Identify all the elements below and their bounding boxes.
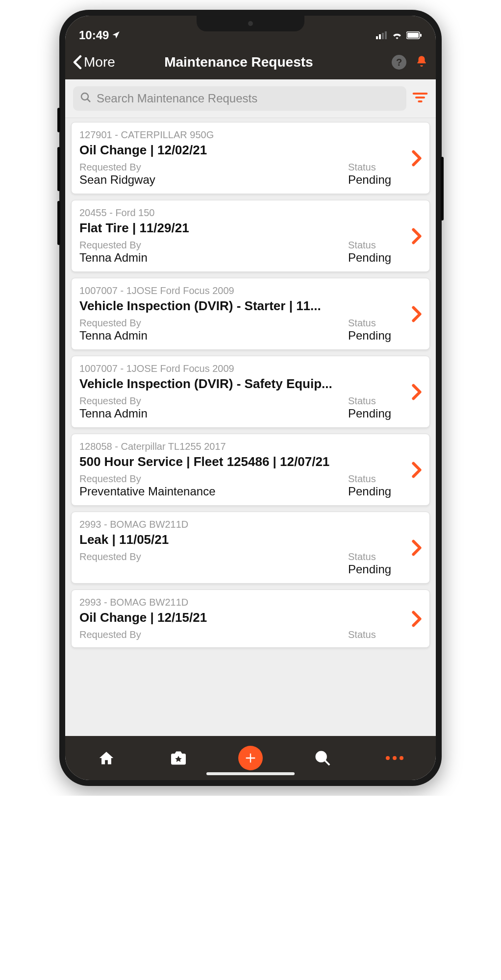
- filter-button[interactable]: [412, 91, 428, 106]
- requested-by-value: Tenna Admin: [79, 251, 148, 265]
- svg-rect-1: [379, 34, 381, 39]
- status-value: Pending: [348, 173, 407, 187]
- svg-point-7: [81, 93, 88, 100]
- request-title: Oil Change | 12/02/21: [79, 143, 407, 158]
- asset-id: 1007007 - 1JOSE Ford Focus 2009: [79, 363, 407, 374]
- request-card[interactable]: 1007007 - 1JOSE Ford Focus 2009 Vehicle …: [71, 278, 430, 350]
- svg-line-13: [325, 760, 329, 765]
- asset-id: 127901 - CATERPILLAR 950G: [79, 129, 407, 141]
- request-card[interactable]: 127901 - CATERPILLAR 950G Oil Change | 1…: [71, 122, 430, 194]
- requested-by-label: Requested By: [79, 162, 155, 173]
- svg-rect-3: [385, 31, 387, 39]
- status-label: Status: [348, 162, 407, 173]
- request-card[interactable]: 2993 - BOMAG BW211D Oil Change | 12/15/2…: [71, 589, 430, 648]
- requested-by-label: Requested By: [79, 395, 148, 407]
- asset-id: 2993 - BOMAG BW211D: [79, 597, 407, 608]
- status-label: Status: [348, 318, 407, 329]
- svg-line-8: [87, 99, 90, 102]
- requested-by-label: Requested By: [79, 629, 141, 640]
- chevron-right-icon: [412, 129, 422, 187]
- location-icon: [112, 28, 121, 42]
- page-title: Maintenance Requests: [86, 54, 392, 70]
- request-title: Flat Tire | 11/29/21: [79, 220, 407, 236]
- status-value: Pending: [348, 485, 407, 498]
- asset-id: 128058 - Caterpillar TL1255 2017: [79, 441, 407, 452]
- status-label: Status: [348, 473, 407, 485]
- status-time: 10:49: [79, 28, 109, 42]
- status-value: Pending: [348, 407, 407, 420]
- bell-icon[interactable]: [415, 54, 428, 70]
- requested-by-label: Requested By: [79, 473, 216, 485]
- svg-rect-5: [407, 33, 419, 38]
- search-icon: [80, 92, 92, 105]
- tab-camera[interactable]: [166, 746, 191, 770]
- requested-by-value: Tenna Admin: [79, 329, 148, 343]
- help-icon[interactable]: ?: [392, 55, 406, 70]
- status-label: Status: [348, 551, 407, 563]
- request-title: 500 Hour Service | Fleet 125486 | 12/07/…: [79, 454, 407, 469]
- asset-id: 2993 - BOMAG BW211D: [79, 519, 407, 530]
- requested-by-label: Requested By: [79, 240, 148, 251]
- chevron-right-icon: [412, 597, 422, 640]
- request-title: Leak | 11/05/21: [79, 532, 407, 547]
- nav-header: More Maintenance Requests ?: [65, 45, 436, 79]
- request-card[interactable]: 20455 - Ford 150 Flat Tire | 11/29/21 Re…: [71, 200, 430, 272]
- wifi-icon: [392, 28, 402, 42]
- status-label: Status: [348, 240, 407, 251]
- battery-icon: [406, 28, 422, 42]
- more-dots-icon: [386, 756, 403, 760]
- status-value: Pending: [348, 563, 407, 576]
- chevron-right-icon: [412, 363, 422, 420]
- request-title: Vehicle Inspection (DVIR) - Safety Equip…: [79, 376, 407, 392]
- asset-id: 1007007 - 1JOSE Ford Focus 2009: [79, 285, 407, 296]
- svg-rect-6: [420, 34, 422, 37]
- requested-by-label: Requested By: [79, 318, 148, 329]
- request-title: Oil Change | 12/15/21: [79, 610, 407, 625]
- request-card[interactable]: 1007007 - 1JOSE Ford Focus 2009 Vehicle …: [71, 356, 430, 428]
- requested-by-value: Tenna Admin: [79, 407, 148, 420]
- chevron-right-icon: [412, 285, 422, 343]
- tab-add[interactable]: [238, 746, 263, 770]
- svg-rect-2: [382, 33, 384, 39]
- chevron-right-icon: [412, 441, 422, 498]
- requested-by-value: Preventative Maintenance: [79, 485, 216, 498]
- request-card[interactable]: 128058 - Caterpillar TL1255 2017 500 Hou…: [71, 434, 430, 506]
- status-label: Status: [348, 629, 407, 640]
- request-title: Vehicle Inspection (DVIR) - Starter | 11…: [79, 298, 407, 314]
- chevron-right-icon: [412, 519, 422, 576]
- svg-point-12: [316, 752, 326, 761]
- search-row: [65, 79, 436, 118]
- status-value: Pending: [348, 329, 407, 343]
- request-card[interactable]: 2993 - BOMAG BW211D Leak | 11/05/21 Requ…: [71, 512, 430, 584]
- tab-home[interactable]: [94, 746, 119, 770]
- asset-id: 20455 - Ford 150: [79, 207, 407, 219]
- search-input[interactable]: [97, 92, 400, 105]
- chevron-right-icon: [412, 207, 422, 265]
- status-label: Status: [348, 395, 407, 407]
- request-list[interactable]: 127901 - CATERPILLAR 950G Oil Change | 1…: [65, 118, 436, 736]
- svg-rect-0: [376, 36, 378, 39]
- home-indicator[interactable]: [206, 772, 295, 775]
- search-box[interactable]: [73, 86, 406, 111]
- requested-by-label: Requested By: [79, 551, 141, 563]
- requested-by-value: Sean Ridgway: [79, 173, 155, 187]
- status-value: Pending: [348, 251, 407, 265]
- tab-search[interactable]: [310, 746, 335, 770]
- tab-more[interactable]: [382, 746, 407, 770]
- signal-icon: [376, 28, 388, 42]
